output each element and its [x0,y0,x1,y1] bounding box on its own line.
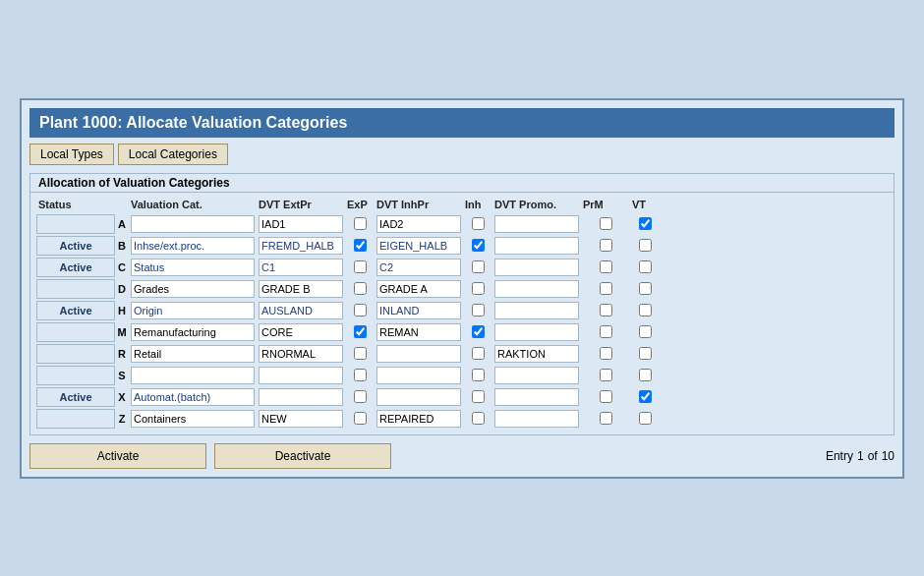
dvt-inhpr-input[interactable] [376,367,461,384]
exp-checkbox[interactable] [354,304,367,317]
dvt-extpr-input[interactable] [259,410,343,428]
inh-checkbox[interactable] [472,217,485,230]
inh-checkbox[interactable] [472,304,485,317]
local-types-button[interactable]: Local Types [29,144,114,165]
vt-checkbox[interactable] [639,325,652,338]
exp-checkbox[interactable] [354,412,367,425]
dvt-inhpr-input[interactable] [376,345,461,363]
dvt-extpr-input[interactable] [259,302,343,319]
dvt-inhpr-cell [375,323,463,341]
exp-checkbox[interactable] [354,347,367,360]
dvt-inhpr-input[interactable] [376,237,461,255]
prm-checkbox[interactable] [600,304,612,317]
exp-checkbox[interactable] [354,390,367,403]
prm-checkbox[interactable] [600,239,612,252]
vt-checkbox[interactable] [639,260,652,273]
dvt-promo-input[interactable] [494,302,579,319]
valuation-cat-input[interactable] [131,215,255,233]
dvt-promo-input[interactable] [494,410,579,428]
vt-checkbox[interactable] [639,282,652,295]
exp-checkbox[interactable] [354,369,367,381]
inh-checkbox[interactable] [472,239,485,252]
valuation-cat-input[interactable] [131,323,255,341]
vt-checkbox[interactable] [639,304,652,317]
valuation-cat-input[interactable] [131,410,255,428]
vt-checkbox-cell [630,304,660,317]
section-header: Allocation of Valuation Categories [30,174,894,193]
prm-checkbox[interactable] [600,412,612,425]
dvt-inhpr-input[interactable] [376,259,461,276]
exp-checkbox[interactable] [354,282,367,295]
prm-checkbox[interactable] [600,369,612,381]
exp-checkbox[interactable] [354,217,367,230]
vt-checkbox[interactable] [639,390,652,403]
dvt-promo-input[interactable] [494,323,579,341]
dvt-extpr-input[interactable] [259,215,343,233]
vt-checkbox[interactable] [639,217,652,230]
dvt-extpr-input[interactable] [259,367,343,384]
deactivate-button[interactable]: Deactivate [214,443,391,469]
inh-checkbox[interactable] [472,412,485,425]
inh-checkbox-cell [463,282,492,295]
dvt-promo-input[interactable] [494,237,579,255]
dvt-extpr-input[interactable] [259,388,343,406]
local-categories-button[interactable]: Local Categories [118,144,228,165]
dvt-inhpr-input[interactable] [376,323,461,341]
prm-checkbox[interactable] [600,390,612,403]
dvt-inhpr-input[interactable] [376,410,461,428]
dvt-promo-input[interactable] [494,345,579,363]
inh-checkbox[interactable] [472,325,485,338]
exp-checkbox[interactable] [354,239,367,252]
vt-checkbox[interactable] [639,369,652,381]
vt-checkbox[interactable] [639,239,652,252]
inh-checkbox[interactable] [472,347,485,360]
inh-checkbox[interactable] [472,282,485,295]
section-label: Allocation of Valuation Categories [38,174,230,192]
dvt-extpr-input[interactable] [259,323,343,341]
prm-checkbox-cell [581,412,630,425]
inh-checkbox[interactable] [472,260,485,273]
prm-checkbox[interactable] [600,282,612,295]
valuation-cat-cell [129,345,257,363]
prm-checkbox[interactable] [600,325,612,338]
dvt-inhpr-input[interactable] [376,215,461,233]
dvt-promo-input[interactable] [494,215,579,233]
valuation-cat-input[interactable] [131,237,255,255]
valuation-cat-input[interactable] [131,259,255,276]
exp-checkbox-cell [345,325,375,338]
entry-current: 1 [857,449,864,463]
valuation-cat-input[interactable] [131,388,255,406]
status-cell: Active [36,258,115,277]
valuation-cat-input[interactable] [131,280,255,298]
inh-checkbox[interactable] [472,390,485,403]
vt-checkbox[interactable] [639,412,652,425]
dvt-extpr-input[interactable] [259,280,343,298]
dvt-promo-input[interactable] [494,367,579,384]
dvt-inhpr-input[interactable] [376,280,461,298]
dvt-promo-input[interactable] [494,388,579,406]
vt-checkbox[interactable] [639,347,652,360]
dvt-inhpr-input[interactable] [376,388,461,406]
inh-checkbox[interactable] [472,369,485,381]
valuation-cat-input[interactable] [131,367,255,384]
dvt-extpr-input[interactable] [259,259,343,276]
exp-checkbox[interactable] [354,260,367,273]
bottom-bar: Activate Deactivate Entry 1 of 10 [29,443,895,469]
dvt-inhpr-input[interactable] [376,302,461,319]
vt-checkbox-cell [630,260,660,273]
exp-checkbox-cell [345,304,375,317]
valuation-cat-input[interactable] [131,302,255,319]
exp-checkbox[interactable] [354,325,367,338]
activate-button[interactable]: Activate [29,443,206,469]
prm-checkbox[interactable] [600,347,612,360]
dvt-promo-input[interactable] [494,259,579,276]
dvt-promo-input[interactable] [494,280,579,298]
valuation-cat-input[interactable] [131,345,255,363]
prm-checkbox[interactable] [600,217,612,230]
prm-checkbox[interactable] [600,260,612,273]
dvt-extpr-input[interactable] [259,345,343,363]
dvt-extpr-input[interactable] [259,237,343,255]
dvt-inhpr-cell [375,410,463,428]
table-row: R [36,344,888,364]
inh-checkbox-cell [463,239,492,252]
